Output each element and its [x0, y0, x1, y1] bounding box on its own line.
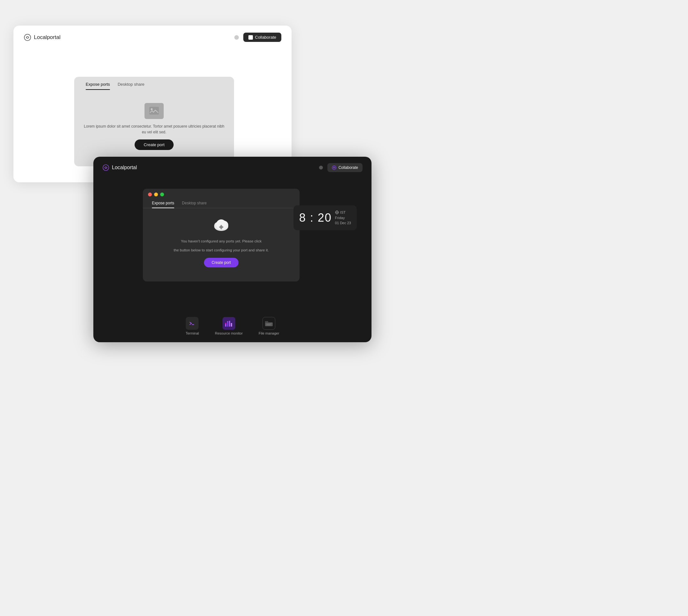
light-placeholder-text: Lorem ipsum dolor sit amet consectetur. … [84, 124, 225, 135]
light-inner-panel: Expose ports Desktop share Lorem ipsum d… [74, 77, 234, 166]
svg-rect-22 [219, 227, 220, 228]
light-logo-text: Localportal [34, 34, 61, 41]
clock-time: 8 : 20 [299, 211, 332, 224]
clock-widget: 8 : 20 IST Friday 01 Dec 23 [294, 205, 357, 230]
svg-point-13 [332, 166, 336, 170]
dark-empty-line2: the button below to start configuring yo… [174, 247, 269, 253]
traffic-lights [143, 189, 300, 199]
svg-rect-35 [265, 321, 268, 323]
dark-terminal-label: Terminal [186, 331, 199, 335]
light-header-right: Collaborate [234, 32, 282, 42]
dark-tab-expose-ports[interactable]: Expose ports [148, 199, 178, 208]
dark-terminal-icon-item[interactable]: Terminal [186, 317, 199, 335]
clock-info: IST Friday 01 Dec 23 [335, 210, 351, 226]
dark-collaborate-button[interactable]: Collaborate [327, 163, 363, 172]
svg-rect-21 [221, 228, 222, 229]
dark-tabs: Expose ports Desktop share [143, 199, 300, 208]
svg-point-19 [220, 226, 222, 228]
svg-rect-20 [221, 225, 222, 226]
dark-resource-monitor-icon [223, 317, 235, 330]
localportal-logo-icon [24, 34, 31, 41]
clock-date: 01 Dec 23 [335, 220, 351, 226]
dark-tab-desktop-share[interactable]: Desktop share [178, 199, 210, 208]
dark-file-manager-label: File manager [259, 331, 279, 335]
dark-empty-line1: You haven't configured any ports yet. Pl… [181, 238, 261, 244]
dark-card: Localportal Collaborate Expose ports [93, 157, 371, 342]
svg-point-32 [225, 323, 226, 324]
traffic-red[interactable] [148, 193, 152, 196]
dark-logo-text: Localportal [112, 165, 137, 171]
light-tab-expose-ports[interactable]: Expose ports [82, 82, 114, 90]
clock-timezone: IST [335, 210, 351, 215]
svg-point-0 [24, 34, 31, 41]
svg-point-33 [227, 321, 228, 323]
light-logo-area: Localportal [24, 34, 61, 41]
dark-terminal-icon [186, 317, 199, 330]
light-tab-desktop-share[interactable]: Desktop share [114, 82, 148, 90]
dark-header: Localportal Collaborate [93, 157, 371, 178]
dark-header-right: Collaborate [319, 163, 363, 172]
light-create-port-button[interactable]: Create port [135, 139, 173, 150]
svg-rect-28 [225, 324, 226, 327]
dark-resource-monitor-icon-item[interactable]: Resource monitor [215, 317, 243, 335]
dark-cloud-icon [211, 215, 231, 235]
light-panel-content: Lorem ipsum dolor sit amet consectetur. … [74, 90, 234, 166]
traffic-yellow[interactable] [154, 193, 158, 196]
dark-localportal-logo-icon [102, 164, 109, 171]
timezone-globe-icon [335, 211, 339, 214]
clock-day: Friday [335, 215, 351, 221]
light-header: Localportal Collaborate [14, 26, 292, 49]
dark-status-dot [319, 166, 323, 170]
dark-logo-area: Localportal [102, 164, 137, 171]
dark-create-port-button[interactable]: Create port [204, 258, 238, 267]
svg-point-12 [103, 165, 109, 171]
light-placeholder-image [144, 103, 164, 119]
dark-panel-content: You haven't configured any ports yet. Pl… [143, 208, 300, 274]
dark-file-manager-icon [262, 317, 275, 330]
svg-point-2 [151, 108, 153, 110]
light-tabs: Expose ports Desktop share [74, 77, 156, 90]
light-status-dot [234, 35, 239, 40]
image-placeholder-icon [149, 106, 159, 116]
dark-file-manager-icon-item[interactable]: File manager [259, 317, 279, 335]
svg-rect-34 [265, 323, 273, 326]
collaborate-icon-dark [332, 166, 336, 170]
light-collaborate-button[interactable]: Collaborate [243, 32, 282, 42]
traffic-green[interactable] [160, 193, 164, 196]
dark-resource-monitor-label: Resource monitor [215, 331, 243, 335]
collaborate-icon-light [248, 35, 253, 40]
dark-inner-window: Expose ports Desktop share [143, 189, 300, 282]
svg-rect-31 [231, 323, 232, 327]
svg-rect-29 [227, 323, 228, 327]
svg-rect-1 [149, 107, 159, 114]
svg-rect-23 [223, 227, 224, 228]
dark-bottom-icons-row: Terminal Resource monitor [93, 317, 371, 335]
svg-rect-30 [229, 321, 230, 327]
